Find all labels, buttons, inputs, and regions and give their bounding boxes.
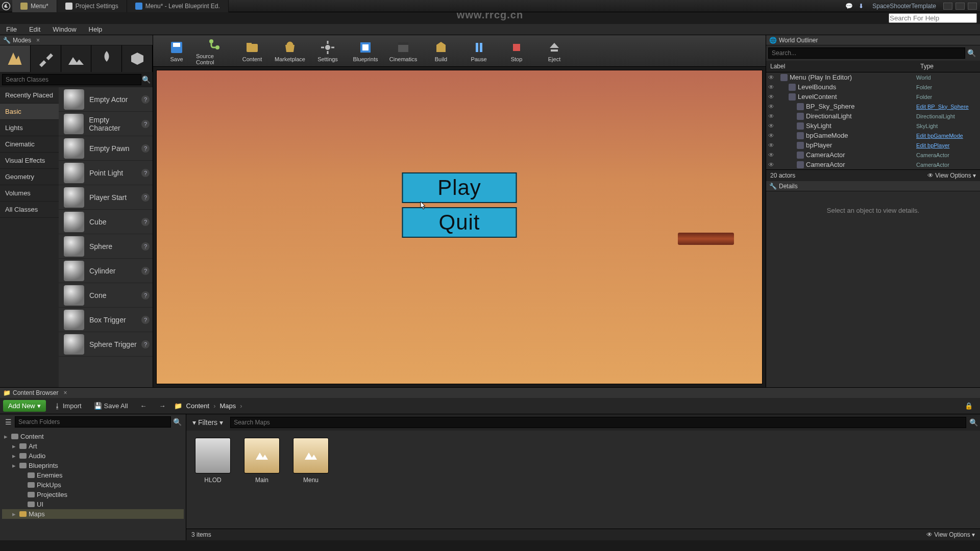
place-asset[interactable]: Empty Character? bbox=[59, 112, 153, 136]
actor-type[interactable]: Edit BP_Sky_Sphere bbox=[916, 104, 980, 110]
help-icon[interactable]: ? bbox=[141, 120, 150, 128]
add-new-button[interactable]: Add New ▾ bbox=[3, 400, 46, 412]
menu-window[interactable]: Window bbox=[46, 26, 82, 33]
place-asset[interactable]: Cone? bbox=[59, 283, 153, 308]
cinematics-button[interactable]: Cinematics bbox=[385, 36, 422, 66]
search-icon[interactable]: 🔍 bbox=[969, 418, 978, 427]
category-basic[interactable]: Basic bbox=[0, 104, 59, 120]
help-icon[interactable]: ? bbox=[141, 340, 150, 348]
mode-foliage-icon[interactable] bbox=[91, 45, 122, 72]
menu-file[interactable]: File bbox=[0, 26, 23, 33]
save-button[interactable]: Save bbox=[158, 36, 195, 66]
mode-landscape-icon[interactable] bbox=[61, 45, 92, 72]
place-asset[interactable]: Empty Actor? bbox=[59, 87, 153, 112]
outliner-row[interactable]: 👁CameraActorCameraActor bbox=[766, 160, 980, 169]
expand-icon[interactable]: ▸ bbox=[12, 452, 17, 460]
visibility-icon[interactable]: 👁 bbox=[768, 113, 776, 120]
blueprints-button[interactable]: Blueprints bbox=[347, 36, 384, 66]
folder-node[interactable]: ▸Art bbox=[2, 441, 184, 451]
place-asset[interactable]: Player Start? bbox=[59, 185, 153, 210]
expand-icon[interactable]: ▸ bbox=[12, 510, 17, 518]
content-asset[interactable]: Main bbox=[242, 438, 281, 484]
content-asset[interactable]: Menu bbox=[291, 438, 330, 484]
actor-type[interactable]: Edit bpPlayer bbox=[916, 142, 980, 148]
outliner-search-input[interactable] bbox=[768, 47, 965, 59]
modes-tab[interactable]: 🔧Modes × bbox=[0, 35, 153, 45]
content-asset[interactable]: HLOD bbox=[193, 438, 232, 484]
tab-level-blueprint[interactable]: Menu* - Level Blueprint Ed. bbox=[127, 0, 229, 12]
category-recently-placed[interactable]: Recently Placed bbox=[0, 87, 59, 104]
category-all-classes[interactable]: All Classes bbox=[0, 202, 59, 218]
tab-level[interactable]: Menu* bbox=[12, 0, 57, 12]
details-tab[interactable]: 🔧Details bbox=[766, 181, 980, 191]
eject-button[interactable]: Eject bbox=[536, 36, 573, 66]
window-minimize-button[interactable] bbox=[943, 3, 952, 10]
help-icon[interactable]: ? bbox=[141, 169, 150, 177]
place-asset[interactable]: Cube? bbox=[59, 210, 153, 234]
menu-help[interactable]: Help bbox=[83, 26, 109, 33]
search-assets-input[interactable] bbox=[230, 417, 966, 428]
help-icon[interactable]: ? bbox=[141, 267, 150, 275]
search-icon[interactable]: 🔍 bbox=[965, 47, 978, 59]
save-all-button[interactable]: 💾 Save All bbox=[90, 400, 132, 412]
toggle-sources-icon[interactable]: ☰ bbox=[2, 416, 15, 428]
window-maximize-button[interactable] bbox=[955, 3, 965, 10]
view-options-button[interactable]: 👁 View Options ▾ bbox=[927, 172, 976, 179]
category-cinematic[interactable]: Cinematic bbox=[0, 136, 59, 153]
visibility-icon[interactable]: 👁 bbox=[768, 93, 776, 101]
search-classes-input[interactable] bbox=[2, 74, 141, 85]
visibility-icon[interactable]: 👁 bbox=[768, 152, 776, 159]
category-volumes[interactable]: Volumes bbox=[0, 185, 59, 202]
folder-node[interactable]: ▸Content bbox=[2, 432, 184, 441]
visibility-icon[interactable]: 👁 bbox=[768, 161, 776, 168]
place-asset[interactable]: Empty Pawn? bbox=[59, 136, 153, 161]
tab-project-settings[interactable]: Project Settings bbox=[57, 0, 127, 12]
menu-edit[interactable]: Edit bbox=[23, 26, 46, 33]
help-icon[interactable]: ? bbox=[141, 242, 150, 251]
breadcrumb-item[interactable]: Maps bbox=[219, 402, 236, 410]
history-back-button[interactable]: ← bbox=[136, 400, 151, 412]
column-label[interactable]: Label bbox=[766, 61, 916, 72]
expand-icon[interactable]: ▸ bbox=[4, 433, 9, 440]
pause-button[interactable]: Pause bbox=[460, 36, 497, 66]
play-button[interactable]: Play bbox=[402, 172, 517, 203]
folder-node[interactable]: Projectiles bbox=[2, 490, 184, 499]
history-forward-button[interactable]: → bbox=[155, 400, 170, 412]
window-close-button[interactable] bbox=[968, 3, 977, 10]
content-browser-tab[interactable]: 📁Content Browser × bbox=[0, 388, 980, 398]
help-icon[interactable]: ? bbox=[141, 218, 150, 226]
folder-node[interactable]: ▸Audio bbox=[2, 451, 184, 461]
expand-icon[interactable]: ▸ bbox=[12, 442, 17, 450]
place-asset[interactable]: Sphere Trigger? bbox=[59, 332, 153, 357]
marketplace-button[interactable]: Marketplace bbox=[272, 36, 308, 66]
import-button[interactable]: ⭳ Import bbox=[50, 400, 86, 412]
folder-node[interactable]: ▸Blueprints bbox=[2, 461, 184, 470]
folder-node[interactable]: ▸Maps bbox=[2, 509, 184, 519]
help-icon[interactable]: ? bbox=[141, 291, 150, 299]
search-folders-input[interactable] bbox=[15, 416, 171, 428]
column-type[interactable]: Type bbox=[916, 61, 980, 72]
visibility-icon[interactable]: 👁 bbox=[768, 132, 776, 139]
build-button[interactable]: Build bbox=[423, 36, 459, 66]
folder-node[interactable]: Enemies bbox=[2, 470, 184, 480]
mode-geometry-icon[interactable] bbox=[122, 45, 153, 72]
lock-icon[interactable]: 🔒 bbox=[961, 400, 977, 412]
filters-button[interactable]: ▾ Filters ▾ bbox=[188, 416, 227, 429]
visibility-icon[interactable]: 👁 bbox=[768, 84, 776, 91]
stop-button[interactable]: Stop bbox=[498, 36, 535, 66]
visibility-icon[interactable]: 👁 bbox=[768, 122, 776, 130]
visibility-icon[interactable]: 👁 bbox=[768, 103, 776, 110]
category-geometry[interactable]: Geometry bbox=[0, 169, 59, 185]
breadcrumb-item[interactable]: Content bbox=[186, 402, 210, 410]
settings-button[interactable]: Settings bbox=[309, 36, 346, 66]
folder-node[interactable]: PickUps bbox=[2, 480, 184, 490]
help-icon[interactable]: ? bbox=[141, 95, 150, 104]
outliner-tab[interactable]: 🌐World Outliner bbox=[766, 35, 980, 45]
close-icon[interactable]: × bbox=[63, 389, 67, 396]
actor-type[interactable]: Edit bpGameMode bbox=[916, 133, 980, 139]
place-asset[interactable]: Sphere? bbox=[59, 234, 153, 259]
visibility-icon[interactable]: 👁 bbox=[768, 74, 776, 81]
close-icon[interactable]: × bbox=[36, 37, 40, 44]
category-lights[interactable]: Lights bbox=[0, 120, 59, 136]
visibility-icon[interactable]: 👁 bbox=[768, 142, 776, 149]
